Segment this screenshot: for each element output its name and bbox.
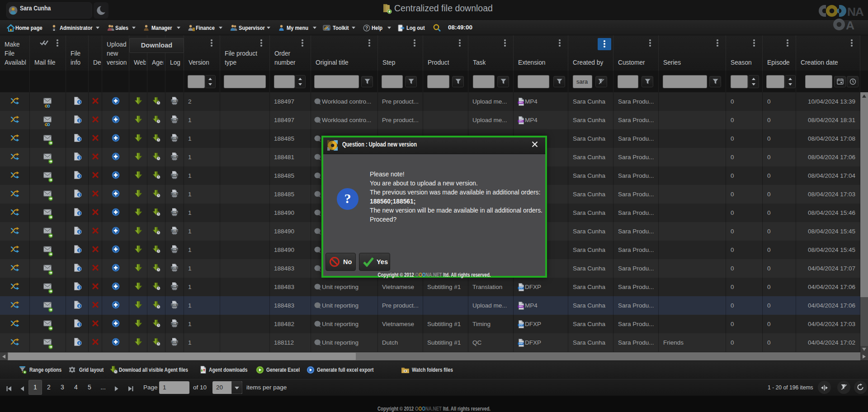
svg-text:?: ? — [365, 25, 368, 30]
svg-text:A: A — [846, 19, 854, 31]
svg-text:?: ? — [344, 191, 351, 206]
svg-text:NA: NA — [847, 5, 864, 19]
